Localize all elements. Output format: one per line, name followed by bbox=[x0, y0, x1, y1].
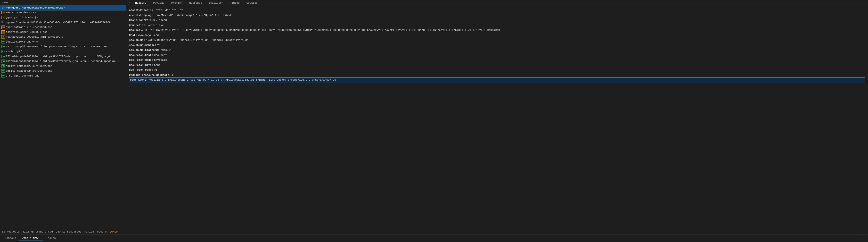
file-name: 75?t=2&appid=200997&url=http%3A%2F%2Fdqx… bbox=[6, 60, 120, 63]
png-file-icon: PNG bbox=[1, 45, 5, 48]
png-file-icon: PNG bbox=[1, 40, 5, 44]
doc-file-icon: 🌐 bbox=[1, 6, 5, 9]
transferred-size: 51.2 kB transferred bbox=[23, 230, 53, 233]
file-item[interactable]: PNGsprite_common@2x.d8f51a42.png bbox=[0, 64, 126, 69]
header-key: Sec-Fetch-Dest: bbox=[129, 53, 153, 57]
header-value: keep-alive bbox=[148, 23, 164, 27]
css-file-icon: CSS bbox=[1, 26, 5, 29]
file-name: sprite_common@2x.d8f51a42.png bbox=[6, 64, 52, 68]
file-name: guanjiaRight.min.4eed5030.css bbox=[6, 26, 52, 29]
header-key: Sec-Fetch-User: bbox=[129, 68, 153, 72]
file-item[interactable]: CSSguanjiaRight.min.4eed5030.css bbox=[0, 25, 126, 30]
tab-timing[interactable]: Timing bbox=[226, 0, 243, 6]
bottom-tab-label: Console bbox=[5, 237, 16, 240]
finish-time: Finish: 5.09 s bbox=[85, 230, 107, 233]
header-row: sec-ch-ua-mobile: ?0 bbox=[129, 43, 865, 48]
file-item[interactable]: PNGsprite_header@2x.0b72998f.png bbox=[0, 69, 126, 73]
file-item[interactable]: PNGlogo115_50x2.png?v=5 bbox=[0, 39, 126, 44]
header-row: Sec-Fetch-Mode: navigate bbox=[129, 58, 865, 63]
bottom-tabs: ConsoleWhat's New×Issues bbox=[2, 236, 59, 241]
tabs-container: HeadersPayloadPreviewResponseInitiatorTi… bbox=[132, 0, 261, 6]
resources-size: 960 kB resources bbox=[56, 230, 82, 233]
header-key: sec-ch-ua-mobile: bbox=[129, 43, 156, 47]
headers-panel: × HeadersPayloadPreviewResponseInitiator… bbox=[126, 0, 868, 234]
header-value: ?1 bbox=[154, 68, 157, 72]
header-key: Connection: bbox=[129, 23, 147, 27]
header-key: Accept-Encoding: bbox=[129, 8, 155, 12]
header-value: max-age=0 bbox=[152, 18, 167, 22]
file-item[interactable]: GIFwx-ico.gif bbox=[0, 49, 126, 54]
panel-close-button[interactable]: × bbox=[127, 0, 132, 6]
header-key: Sec-Fetch-Mode: bbox=[129, 58, 153, 62]
file-item[interactable]: JSjsanalyzexml.20200619.min_e3f6e39.js bbox=[0, 34, 126, 39]
bottom-tab-close-button[interactable]: × bbox=[39, 237, 40, 240]
status-bar: 53 requests 51.2 kB transferred 960 kB r… bbox=[0, 229, 126, 234]
header-row: Host: www.sogou.com bbox=[129, 33, 865, 38]
file-item[interactable]: PNGerror@2x.729c45f9.png bbox=[0, 73, 126, 78]
png-file-icon: PNG bbox=[1, 64, 5, 68]
png-file-icon: PNG bbox=[1, 55, 5, 58]
tab-cookies[interactable]: Cookies bbox=[243, 0, 261, 6]
file-list: 🌐web?query=%E5%BC%A0%E5%98%89%E7%9D%BFCS… bbox=[0, 5, 126, 229]
file-item[interactable]: 🌐web?query=%E5%BC%A0%E5%98%89%E7%9D%BF bbox=[0, 5, 126, 10]
header-value: Mozilla/5.0 (Macintosh; Intel Mac OS X 1… bbox=[149, 78, 336, 82]
header-value: www.sogou.com bbox=[138, 33, 159, 37]
file-name: web?query=%E5%BC%A0%E5%98%89%E7%9D%BF bbox=[6, 6, 65, 9]
header-row: Connection: keep-alive bbox=[129, 23, 865, 28]
file-name: logo115_50x2.png?v=5 bbox=[6, 41, 38, 43]
file-name: error@2x.729c45f9.png bbox=[6, 74, 39, 77]
bottom-tab-label: What's New bbox=[22, 237, 38, 240]
header-key: Sec-Fetch-Site: bbox=[129, 63, 153, 67]
bottom-tab-issues[interactable]: Issues bbox=[43, 236, 59, 241]
header-row: Accept-Encoding: gzip, deflate, br bbox=[129, 8, 865, 13]
file-item[interactable]: PNG75?t=2&appid=200997&url=http%3A%2F%2F… bbox=[0, 59, 126, 64]
file-name: wx-ico.gif bbox=[6, 50, 22, 53]
header-row: sec-ch-ua: "Not?A_Brand";v="8", "Chromiu… bbox=[129, 38, 865, 43]
gif-file-icon: GIF bbox=[1, 50, 5, 53]
css-file-icon: CSS bbox=[1, 11, 5, 14]
header-row: Cookie: ABTEST=2|1673932104|v17; IPLOC=C… bbox=[129, 28, 865, 33]
header-row: Sec-Fetch-Dest: document bbox=[129, 53, 865, 58]
header-value: 1 bbox=[172, 73, 174, 77]
png-file-icon: PNG bbox=[1, 69, 5, 73]
file-name: approve?uuid=d8cdd395-0a96-4803-b5cc-334… bbox=[5, 21, 115, 24]
header-row: Cache-Control: max-age=0 bbox=[129, 18, 865, 23]
name-column-header: Name bbox=[2, 1, 8, 4]
header-key: Accept-Language: bbox=[129, 14, 155, 18]
file-name: compressCommon_08d7854.css bbox=[6, 31, 48, 33]
main-area: Name 🌐web?query=%E5%BC%A0%E5%98%89%E7%9D… bbox=[0, 0, 868, 234]
file-item[interactable]: CSSsearch.82ecde22.css bbox=[0, 10, 126, 15]
png-file-icon: PNG bbox=[1, 59, 5, 63]
tab-headers[interactable]: Headers bbox=[132, 0, 150, 6]
file-item[interactable]: approve?uuid=d8cdd395-0a96-4803-b5cc-334… bbox=[0, 20, 126, 25]
header-value: document bbox=[154, 53, 167, 57]
tab-preview[interactable]: Preview bbox=[168, 0, 186, 6]
header-row: Accept-Language: en-GB,en-US;q=0.9,en;q=… bbox=[129, 13, 865, 18]
bottom-tab-console[interactable]: Console bbox=[2, 236, 19, 241]
file-item[interactable]: CSScompressCommon_08d7854.css bbox=[0, 30, 126, 34]
header-value: none bbox=[154, 63, 160, 67]
file-name: 75?t=2&appid=200997&url=https%3A%2F%2Fbk… bbox=[6, 45, 113, 48]
header-row: sec-ch-ua-platform: "macOS" bbox=[129, 48, 865, 53]
header-key: Cookie: bbox=[129, 28, 140, 32]
file-name: jsanalyzexml.20200619.min_e3f6e39.js bbox=[6, 35, 64, 38]
header-key: sec-ch-ua: bbox=[129, 38, 145, 42]
header-value: "macOS" bbox=[160, 48, 172, 52]
bottom-tab-label: Issues bbox=[46, 237, 56, 240]
devtools-close-button[interactable]: × bbox=[861, 236, 866, 241]
header-row: Upgrade-Insecure-Requests: 1 bbox=[129, 73, 865, 78]
header-row: Sec-Fetch-Site: none bbox=[129, 63, 865, 68]
bottom-tab-whats-new[interactable]: What's New× bbox=[19, 236, 43, 241]
header-value: gzip, deflate, br bbox=[156, 8, 183, 12]
bottom-bar: ConsoleWhat's New×Issues × bbox=[0, 234, 868, 242]
file-item[interactable]: PNG75?t=2&appid=200997&url=http%3A%2F%2F… bbox=[0, 54, 126, 59]
tab-initiator[interactable]: Initiator bbox=[206, 0, 226, 6]
tab-response[interactable]: Response bbox=[186, 0, 206, 6]
header-value: "Not?A_Brand";v="8", "Chromium";v="108",… bbox=[146, 38, 248, 42]
domcon-button[interactable]: DOMCon bbox=[110, 230, 119, 233]
file-item[interactable]: JSjquery-1.11.0.min.js bbox=[0, 15, 126, 20]
generic-file-icon bbox=[1, 21, 3, 23]
tab-payload[interactable]: Payload bbox=[150, 0, 167, 6]
file-item[interactable]: PNG75?t=2&appid=200997&url=https%3A%2F%2… bbox=[0, 44, 126, 49]
header-key: User-Agent: bbox=[130, 78, 148, 82]
